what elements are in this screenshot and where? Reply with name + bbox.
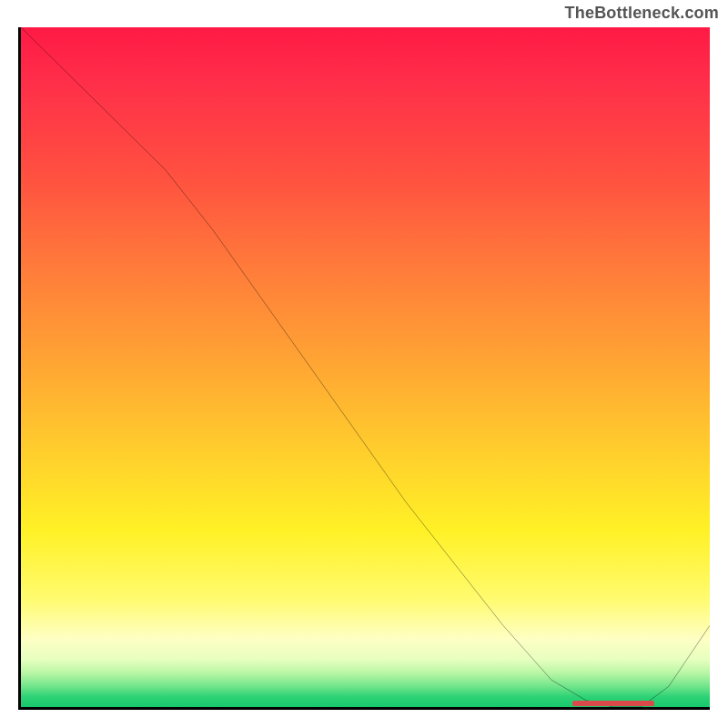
watermark-text: TheBottleneck.com [565, 4, 719, 23]
bottleneck-curve [21, 27, 710, 707]
plot-area [18, 27, 710, 710]
chart-container: TheBottleneck.com [0, 0, 728, 728]
optimal-range-marker [572, 701, 655, 706]
